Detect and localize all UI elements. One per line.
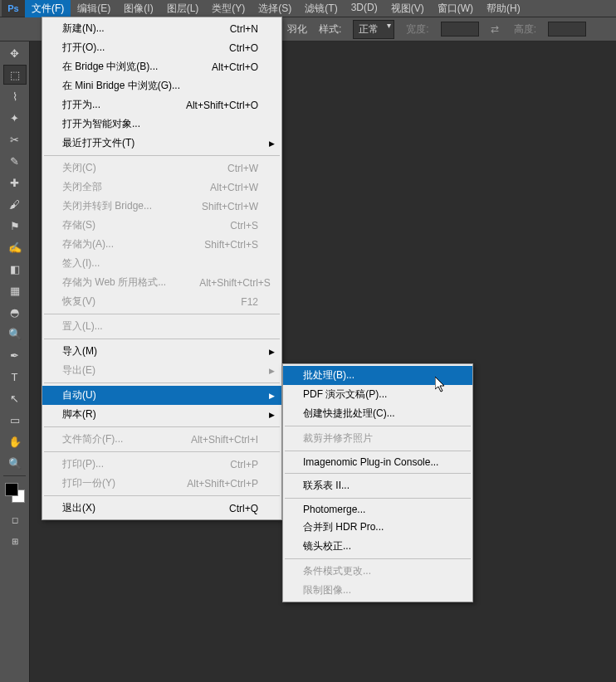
menu-item-25: 文件简介(F)...Alt+Shift+Ctrl+I: [42, 430, 281, 449]
menu-item-shortcut: Ctrl+P: [230, 459, 258, 470]
menu-9[interactable]: 窗口(W): [431, 0, 480, 17]
menu-separator: [44, 495, 280, 496]
menu-item-label: 退出(X): [62, 501, 95, 515]
menu-4[interactable]: 类型(Y): [205, 0, 252, 17]
file-menu-dropdown: 新建(N)...Ctrl+N打开(O)...Ctrl+O在 Bridge 中浏览…: [42, 17, 282, 520]
menu-item-4[interactable]: 打开为...Alt+Shift+Ctrl+O: [42, 95, 281, 114]
feather-label: 羽化: [287, 22, 307, 37]
menu-item-3[interactable]: 在 Mini Bridge 中浏览(G)...: [42, 76, 281, 95]
menu-item-17: 置入(L)...: [42, 317, 281, 336]
menu-6[interactable]: 滤镜(T): [298, 0, 344, 17]
menu-separator: [285, 451, 471, 451]
stamp-tool[interactable]: ⚑: [3, 216, 27, 236]
menu-item-label: 关闭(C): [62, 161, 96, 175]
lasso-tool[interactable]: ⌇: [3, 86, 27, 106]
menu-item-shortcut: Alt+Shift+Ctrl+P: [187, 478, 258, 490]
gradient-tool[interactable]: ▦: [3, 280, 27, 300]
menu-separator: [44, 155, 280, 156]
quickmask-tool[interactable]: ◻: [3, 509, 27, 529]
menu-5[interactable]: 选择(S): [252, 0, 298, 17]
menu-item-11: 存储(S)Ctrl+S: [42, 216, 281, 235]
auto-submenu-dropdown: 批处理(B)...PDF 演示文稿(P)...创建快捷批处理(C)...裁剪并修…: [282, 363, 473, 602]
pen-tool[interactable]: ✒: [3, 345, 27, 365]
menu-0[interactable]: 文件(F): [25, 0, 71, 17]
fg-color-swatch[interactable]: [5, 483, 18, 496]
menubar: Ps 文件(F)编辑(E)图像(I)图层(L)类型(Y)选择(S)滤镜(T)3D…: [0, 0, 616, 17]
app-icon: Ps: [2, 0, 25, 17]
menu-item-12: 存储为(A)...Shift+Ctrl+S: [42, 235, 281, 254]
marquee-tool[interactable]: ⬚: [3, 65, 27, 85]
menu-item-label: 置入(L)...: [62, 319, 103, 334]
path-tool[interactable]: ↖: [3, 388, 27, 408]
menu-item-label: 打开为智能对象...: [62, 117, 140, 131]
shape-tool[interactable]: ▭: [3, 410, 27, 430]
color-swatches[interactable]: [5, 483, 25, 503]
menu-3[interactable]: 图层(L): [160, 0, 206, 17]
menu-item-label: 关闭并转到 Bridge...: [62, 199, 152, 213]
eraser-tool[interactable]: ◧: [3, 259, 27, 279]
menu-separator: [44, 451, 280, 452]
menu-10[interactable]: 帮助(H): [480, 0, 527, 17]
menu-item-11[interactable]: 合并到 HDR Pro...: [283, 518, 472, 537]
menu-item-label: 在 Bridge 中浏览(B)...: [62, 60, 158, 74]
healing-tool[interactable]: ✚: [3, 173, 27, 192]
type-tool[interactable]: T: [3, 367, 27, 387]
menu-item-12[interactable]: 镜头校正...: [283, 537, 472, 556]
menu-item-14: 存储为 Web 所用格式...Alt+Shift+Ctrl+S: [42, 273, 281, 292]
menu-item-30[interactable]: 退出(X)Ctrl+Q: [42, 499, 281, 518]
eyedropper-tool[interactable]: ✎: [3, 151, 27, 171]
submenu-arrow-icon: ▶: [269, 139, 275, 148]
move-tool[interactable]: ✥: [3, 43, 27, 63]
menu-item-22[interactable]: 自动(U)▶: [42, 386, 281, 405]
menu-item-label: 限制图像...: [303, 583, 351, 597]
history-brush-tool[interactable]: ✍: [3, 237, 27, 257]
menu-item-label: 存储(S): [62, 218, 95, 232]
menu-item-label: 打开(O)...: [62, 41, 105, 55]
menu-item-2[interactable]: 创建快捷批处理(C)...: [283, 404, 472, 423]
zoom-tool[interactable]: 🔍: [3, 453, 27, 473]
crop-tool[interactable]: ✂: [3, 129, 27, 149]
menu-item-0[interactable]: 新建(N)...Ctrl+N: [42, 19, 281, 38]
menu-item-14: 条件模式更改...: [283, 562, 472, 581]
menu-item-8: 关闭(C)Ctrl+W: [42, 158, 281, 178]
menu-item-1[interactable]: PDF 演示文稿(P)...: [283, 385, 472, 404]
menu-item-6[interactable]: 最近打开文件(T)▶: [42, 134, 281, 153]
hand-tool[interactable]: ✋: [3, 431, 27, 451]
menu-item-label: 批处理(B)...: [303, 368, 354, 382]
brush-tool[interactable]: 🖌: [3, 194, 27, 214]
menu-item-label: 合并到 HDR Pro...: [303, 520, 384, 534]
menu-separator: [44, 314, 280, 314]
blur-tool[interactable]: ◓: [3, 302, 27, 322]
submenu-arrow-icon: ▶: [269, 348, 275, 356]
style-label: 样式:: [319, 22, 341, 37]
menu-2[interactable]: 图像(I): [117, 0, 159, 17]
menu-item-label: Imagenomic Plug-in Console...: [303, 456, 438, 468]
menu-separator: [285, 426, 471, 426]
menu-7[interactable]: 3D(D): [345, 0, 384, 17]
menu-item-19[interactable]: 导入(M)▶: [42, 342, 281, 361]
menu-item-6[interactable]: Imagenomic Plug-in Console...: [283, 454, 472, 470]
menu-item-5[interactable]: 打开为智能对象...: [42, 114, 281, 134]
menu-item-0[interactable]: 批处理(B)...: [283, 366, 472, 385]
screenmode-tool[interactable]: ⊞: [3, 531, 27, 551]
dodge-tool[interactable]: 🔍: [3, 324, 27, 343]
wand-tool[interactable]: ✦: [3, 108, 27, 128]
menu-item-label: 导入(M): [62, 344, 97, 358]
menu-8[interactable]: 视图(V): [384, 0, 431, 17]
menu-1[interactable]: 编辑(E): [71, 0, 117, 17]
menu-item-shortcut: Ctrl+Q: [229, 503, 258, 514]
menu-item-1[interactable]: 打开(O)...Ctrl+O: [42, 38, 281, 57]
menu-item-10[interactable]: Photomerge...: [283, 501, 472, 518]
menu-item-9: 关闭全部Alt+Ctrl+W: [42, 178, 281, 197]
menu-item-23[interactable]: 脚本(R)▶: [42, 405, 281, 424]
menu-item-13: 签入(I)...: [42, 254, 281, 273]
menu-separator: [285, 558, 471, 559]
menu-item-label: Photomerge...: [303, 504, 365, 515]
menu-item-2[interactable]: 在 Bridge 中浏览(B)...Alt+Ctrl+O: [42, 57, 281, 76]
submenu-arrow-icon: ▶: [269, 392, 275, 400]
menu-separator: [44, 382, 280, 383]
menu-item-label: 打印一份(Y): [62, 476, 115, 490]
style-select[interactable]: 正常: [353, 20, 394, 39]
swap-icon: ⇄: [491, 23, 502, 35]
menu-item-8[interactable]: 联系表 II...: [283, 476, 472, 495]
